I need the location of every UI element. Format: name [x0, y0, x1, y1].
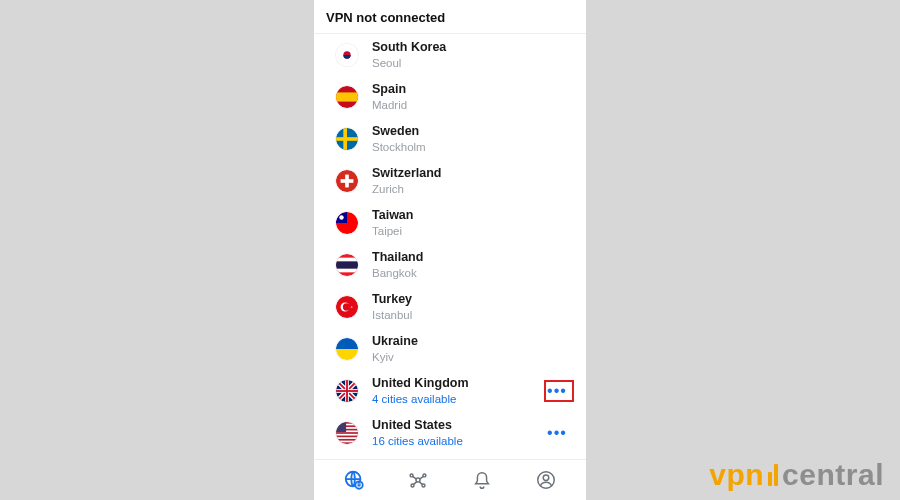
country-labels: TaiwanTaipei	[372, 208, 572, 238]
app-screen: VPN not connected South KoreaSeoulSpainM…	[314, 0, 586, 500]
country-name: South Korea	[372, 40, 572, 56]
svg-rect-5	[336, 92, 358, 101]
country-name: Thailand	[372, 250, 572, 266]
svg-point-57	[543, 475, 549, 481]
country-row[interactable]: VietnamHanoi	[314, 454, 586, 459]
city-name: Istanbul	[372, 308, 572, 322]
country-row[interactable]: SwedenStockholm	[314, 118, 586, 160]
status-header: VPN not connected	[314, 0, 586, 34]
more-options-button[interactable]: •••	[542, 382, 572, 400]
country-row[interactable]: ThailandBangkok	[314, 244, 586, 286]
flag-icon	[336, 170, 358, 192]
country-name: United States	[372, 418, 542, 434]
country-row[interactable]: SwitzerlandZurich	[314, 160, 586, 202]
city-name: Taipei	[372, 224, 572, 238]
svg-rect-29	[336, 349, 358, 360]
globe-lock-icon	[343, 469, 365, 491]
country-labels: TurkeyIstanbul	[372, 292, 572, 322]
flag-icon	[336, 128, 358, 150]
cities-available-link[interactable]: 4 cities available	[372, 392, 542, 406]
country-labels: SwedenStockholm	[372, 124, 572, 154]
country-row[interactable]: UkraineKyiv	[314, 328, 586, 370]
country-name: Turkey	[372, 292, 572, 308]
signal-bars-icon	[768, 464, 778, 486]
cities-available-link[interactable]: 16 cities available	[372, 434, 542, 448]
country-labels: UkraineKyiv	[372, 334, 572, 364]
svg-rect-9	[336, 137, 358, 141]
tab-bar	[314, 459, 586, 500]
country-row[interactable]: TaiwanTaipei	[314, 202, 586, 244]
tab-hub[interactable]	[398, 460, 438, 500]
profile-icon	[535, 469, 557, 491]
country-name: Taiwan	[372, 208, 572, 224]
country-row[interactable]: TurkeyIstanbul	[314, 286, 586, 328]
city-name: Bangkok	[372, 266, 572, 280]
bell-icon	[471, 469, 493, 491]
svg-point-25	[343, 303, 350, 310]
svg-rect-21	[336, 261, 358, 268]
country-labels: South KoreaSeoul	[372, 40, 572, 70]
svg-rect-35	[336, 390, 358, 392]
country-labels: United States16 cities available	[372, 418, 542, 448]
country-row[interactable]: South KoreaSeoul	[314, 34, 586, 76]
city-name: Zurich	[372, 182, 572, 196]
flag-icon	[336, 212, 358, 234]
watermark-right: central	[782, 458, 884, 492]
country-list[interactable]: South KoreaSeoulSpainMadridSwedenStockho…	[314, 34, 586, 459]
tab-notifications[interactable]	[462, 460, 502, 500]
country-name: Ukraine	[372, 334, 572, 350]
country-row[interactable]: SpainMadrid	[314, 76, 586, 118]
svg-point-17	[339, 215, 343, 219]
tab-profile[interactable]	[526, 460, 566, 500]
watermark-left: vpn	[709, 458, 764, 492]
country-row[interactable]: United States16 cities available•••	[314, 412, 586, 454]
flag-icon	[336, 86, 358, 108]
country-name: Sweden	[372, 124, 572, 140]
svg-rect-44	[336, 422, 346, 432]
flag-icon	[336, 338, 358, 360]
flag-icon	[336, 422, 358, 444]
svg-rect-28	[336, 338, 358, 349]
country-labels: SpainMadrid	[372, 82, 572, 112]
svg-rect-42	[336, 437, 358, 439]
country-labels: SwitzerlandZurich	[372, 166, 572, 196]
svg-rect-50	[357, 484, 360, 486]
svg-rect-13	[341, 179, 354, 183]
watermark-logo: vpn central	[709, 458, 884, 492]
svg-rect-38	[336, 424, 358, 426]
flag-icon	[336, 380, 358, 402]
svg-rect-43	[336, 441, 358, 443]
country-name: Switzerland	[372, 166, 572, 182]
country-name: Spain	[372, 82, 572, 98]
city-name: Stockholm	[372, 140, 572, 154]
tab-globe[interactable]	[334, 460, 374, 500]
city-name: Kyiv	[372, 350, 572, 364]
status-title: VPN not connected	[326, 10, 445, 25]
svg-rect-41	[336, 434, 358, 436]
flag-icon	[336, 254, 358, 276]
city-name: Madrid	[372, 98, 572, 112]
hub-icon	[407, 469, 429, 491]
more-options-button[interactable]: •••	[542, 424, 572, 442]
country-labels: ThailandBangkok	[372, 250, 572, 280]
country-row[interactable]: United Kingdom4 cities available•••	[314, 370, 586, 412]
city-name: Seoul	[372, 56, 572, 70]
flag-icon	[336, 296, 358, 318]
country-name: United Kingdom	[372, 376, 542, 392]
flag-icon	[336, 44, 358, 66]
country-labels: United Kingdom4 cities available	[372, 376, 542, 406]
